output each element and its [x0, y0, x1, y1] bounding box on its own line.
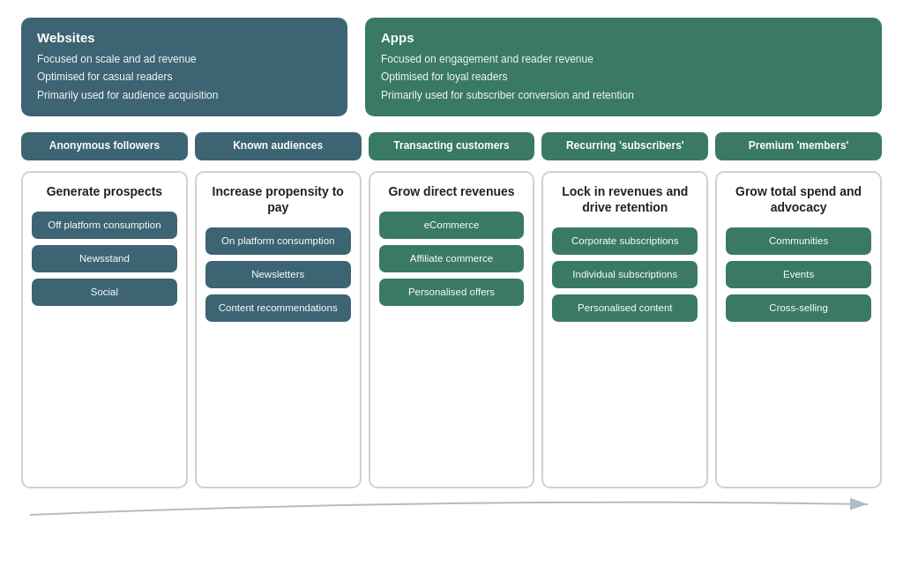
badge-recurring: Recurring 'subscribers' — [541, 132, 708, 160]
item-corporate-subs: Corporate subscriptions — [552, 227, 698, 255]
item-off-platform: Off platform consumption — [32, 212, 177, 239]
websites-title: Websites — [37, 30, 332, 45]
websites-bullet-3: Primarily used for audience acquisition — [37, 86, 332, 104]
column-grow-direct: Grow direct revenues eCommerce Affiliate… — [369, 171, 535, 488]
item-events: Events — [726, 261, 871, 288]
item-affiliate: Affiliate commerce — [379, 245, 525, 272]
arrow-svg — [21, 495, 882, 520]
apps-bullet-3: Primarily used for subscriber conversion… — [381, 86, 866, 104]
item-personalised-offers: Personalised offers — [379, 279, 525, 306]
column-1-title: Generate prospects — [32, 183, 177, 199]
apps-bullet-2: Optimised for loyal readers — [381, 68, 866, 86]
column-5-items: Communities Events Cross-selling — [726, 227, 871, 322]
item-ecommerce: eCommerce — [379, 212, 525, 239]
apps-bullets: Focused on engagement and reader revenue… — [381, 50, 866, 104]
column-2-title: Increase propensity to pay — [205, 183, 351, 215]
item-social: Social — [32, 279, 177, 306]
column-lock-in: Lock in revenues and drive retention Cor… — [541, 171, 708, 488]
badge-known: Known audiences — [195, 132, 362, 160]
apps-bullet-1: Focused on engagement and reader revenue — [381, 50, 866, 68]
item-cross-selling: Cross-selling — [726, 294, 871, 322]
apps-title: Apps — [381, 30, 866, 45]
column-3-title: Grow direct revenues — [379, 183, 525, 199]
top-row: Websites Focused on scale and ad revenue… — [21, 18, 882, 116]
column-increase-propensity: Increase propensity to pay On platform c… — [195, 171, 362, 488]
badge-premium: Premium 'members' — [715, 132, 882, 160]
websites-bullet-2: Optimised for casual readers — [37, 68, 332, 86]
websites-box: Websites Focused on scale and ad revenue… — [21, 18, 347, 116]
column-4-title: Lock in revenues and drive retention — [552, 183, 698, 215]
item-newsletters: Newsletters — [205, 261, 351, 288]
websites-bullets: Focused on scale and ad revenue Optimise… — [37, 50, 332, 104]
column-2-items: On platform consumption Newsletters Cont… — [205, 227, 351, 322]
websites-bullet-1: Focused on scale and ad revenue — [37, 50, 332, 68]
item-newsstand: Newsstand — [32, 245, 177, 272]
columns-row: Generate prospects Off platform consumpt… — [21, 171, 882, 488]
badge-transacting: Transacting customers — [369, 132, 535, 160]
header-badges-row: Anonymous followers Known audiences Tran… — [21, 132, 882, 160]
column-1-items: Off platform consumption Newsstand Socia… — [32, 212, 177, 306]
item-individual-subs: Individual subscriptions — [552, 261, 698, 288]
column-grow-total: Grow total spend and advocacy Communitie… — [715, 171, 882, 488]
column-3-items: eCommerce Affiliate commerce Personalise… — [379, 212, 525, 306]
diagram-container: Websites Focused on scale and ad revenue… — [0, 0, 903, 588]
column-4-items: Corporate subscriptions Individual subsc… — [552, 227, 698, 322]
item-on-platform: On platform consumption — [205, 227, 351, 255]
column-5-title: Grow total spend and advocacy — [726, 183, 871, 215]
column-generate-prospects: Generate prospects Off platform consumpt… — [21, 171, 188, 488]
item-content-recommendations: Content recommendations — [205, 294, 351, 322]
item-personalised-content: Personalised content — [552, 294, 698, 322]
apps-box: Apps Focused on engagement and reader re… — [365, 18, 882, 116]
item-communities: Communities — [726, 227, 871, 255]
badge-anonymous: Anonymous followers — [21, 132, 188, 160]
